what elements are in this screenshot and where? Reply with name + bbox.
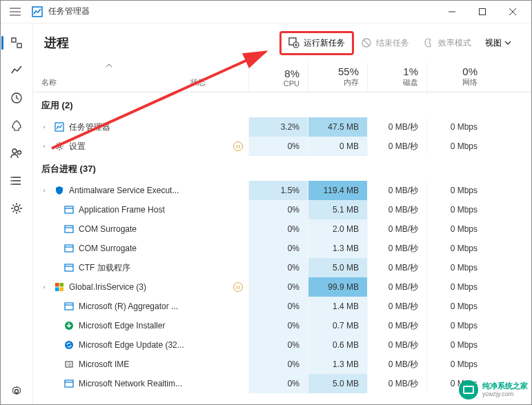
- process-cpu: 3.2%: [248, 117, 308, 137]
- expand-icon[interactable]: ›: [39, 124, 50, 130]
- process-row[interactable]: Microsoft Edge Installer 0% 0.7 MB 0 MB/…: [33, 316, 532, 335]
- process-name: Antimalware Service Execut...: [69, 186, 185, 195]
- column-memory[interactable]: 55%内存: [308, 62, 367, 92]
- process-network: 0 Mbps: [426, 277, 486, 297]
- end-task-label: 结束任务: [376, 37, 409, 49]
- maximize-button[interactable]: [467, 2, 497, 21]
- column-network[interactable]: 0%网络: [426, 62, 486, 92]
- process-cpu: 0%: [248, 200, 308, 219]
- process-network: 0 Mbps: [426, 258, 486, 277]
- hamburger-menu-button[interactable]: [4, 2, 26, 21]
- efficiency-button[interactable]: 效率模式: [416, 33, 478, 53]
- process-disk: 0 MB/秒: [367, 335, 426, 355]
- expand-icon[interactable]: ›: [39, 284, 50, 290]
- process-row[interactable]: Microsoft (R) Aggregator ... 0% 1.4 MB 0…: [33, 297, 532, 316]
- svg-rect-2: [12, 38, 16, 42]
- process-row[interactable]: 中 Microsoft IME 0% 1.3 MB 0 MB/秒 0 Mbps: [33, 355, 532, 374]
- process-cpu: 0%: [248, 355, 308, 374]
- run-new-task-button[interactable]: 运行新任务: [279, 31, 354, 55]
- process-memory: 5.0 MB: [308, 258, 367, 277]
- column-disk[interactable]: 1%磁盘: [367, 62, 426, 92]
- process-network: 0 Mbps: [426, 219, 486, 239]
- process-name: COM Surrogate: [79, 244, 185, 253]
- svg-point-8: [11, 180, 12, 181]
- svg-rect-21: [65, 245, 73, 252]
- process-row[interactable]: › 任务管理器 3.2% 47.5 MB 0 MB/秒 0 Mbps: [33, 117, 532, 137]
- process-status: [185, 141, 248, 151]
- process-row[interactable]: › Antimalware Service Execut... 1.5% 119…: [33, 181, 532, 200]
- process-row[interactable]: Application Frame Host 0% 5.1 MB 0 MB/秒 …: [33, 200, 532, 219]
- process-row[interactable]: Microsoft Network Realtim... 0% 5.0 MB 0…: [33, 374, 532, 393]
- process-network: 0 Mbps: [426, 374, 486, 393]
- sidebar-app-history[interactable]: [0, 84, 33, 112]
- sidebar-users[interactable]: [0, 139, 33, 167]
- process-disk: 0 MB/秒: [367, 117, 426, 137]
- svg-rect-27: [55, 288, 59, 292]
- process-disk: 0 MB/秒: [367, 200, 426, 219]
- process-memory: 0 MB: [308, 137, 367, 156]
- svg-rect-28: [60, 288, 64, 292]
- process-icon: [63, 320, 75, 331]
- process-name: Microsoft Network Realtim...: [79, 379, 185, 388]
- group-background: 后台进程 (37): [33, 156, 532, 181]
- column-cpu[interactable]: 8%CPU: [248, 62, 308, 92]
- process-row[interactable]: COM Surrogate 0% 1.3 MB 0 MB/秒 0 Mbps: [33, 239, 532, 258]
- sidebar-details[interactable]: [0, 167, 33, 195]
- process-cpu: 0%: [248, 258, 308, 277]
- process-disk: 0 MB/秒: [367, 355, 426, 374]
- svg-rect-29: [65, 303, 73, 310]
- process-list[interactable]: 应用 (2) › 任务管理器 3.2% 47.5 MB 0 MB/秒 0 Mbp…: [33, 92, 532, 405]
- process-row[interactable]: › 设置 0% 0 MB 0 MB/秒 0 Mbps: [33, 137, 532, 156]
- column-headers: 名称 状态 8%CPU 55%内存 1%磁盘 0%网络: [33, 62, 532, 92]
- process-disk: 0 MB/秒: [367, 239, 426, 258]
- process-icon: [54, 141, 65, 152]
- process-row[interactable]: COM Surrogate 0% 2.0 MB 0 MB/秒 0 Mbps: [33, 219, 532, 239]
- process-cpu: 0%: [248, 277, 308, 297]
- sidebar-settings[interactable]: [0, 377, 33, 405]
- end-task-button[interactable]: 结束任务: [354, 33, 416, 53]
- process-name: CTF 加载程序: [79, 262, 185, 274]
- group-apps: 应用 (2): [33, 92, 532, 117]
- process-cpu: 0%: [248, 316, 308, 335]
- process-network: 0 Mbps: [426, 117, 486, 137]
- process-cpu: 1.5%: [248, 181, 308, 200]
- process-icon: [63, 224, 75, 235]
- sidebar-services[interactable]: [0, 195, 33, 222]
- svg-rect-17: [65, 206, 73, 213]
- paused-icon: [233, 282, 243, 292]
- svg-point-5: [12, 149, 17, 153]
- close-button[interactable]: [497, 2, 528, 21]
- process-name: Microsoft Edge Update (32...: [79, 340, 185, 350]
- sidebar-startup[interactable]: [0, 112, 33, 139]
- process-icon: [63, 243, 75, 254]
- process-cpu: 0%: [248, 239, 308, 258]
- process-row[interactable]: Microsoft Edge Update (32... 0% 0.6 MB 0…: [33, 335, 532, 355]
- expand-icon[interactable]: ›: [39, 187, 50, 194]
- sidebar-performance[interactable]: [0, 57, 33, 84]
- process-memory: 1.4 MB: [308, 297, 367, 316]
- titlebar: 任务管理器: [0, 0, 532, 23]
- process-icon: [54, 281, 65, 293]
- process-disk: 0 MB/秒: [367, 181, 426, 200]
- process-memory: 99.9 MB: [308, 277, 367, 297]
- process-row[interactable]: › Global.IrisService (3) 0% 99.9 MB 0 MB…: [33, 277, 532, 297]
- view-button[interactable]: 视图: [478, 33, 518, 53]
- process-cpu: 0%: [248, 137, 308, 156]
- process-icon: 中: [63, 359, 75, 370]
- process-row[interactable]: CTF 加载程序 0% 5.0 MB 0 MB/秒 0 Mbps: [33, 258, 532, 277]
- process-status: [185, 282, 248, 292]
- column-status[interactable]: 状态: [185, 62, 248, 92]
- minimize-button[interactable]: [437, 2, 467, 21]
- svg-point-7: [11, 177, 12, 178]
- app-icon: [32, 6, 43, 17]
- process-name: Global.IrisService (3): [69, 282, 185, 292]
- process-cpu: 0%: [248, 219, 308, 239]
- process-network: 0 Mbps: [426, 239, 486, 258]
- process-cpu: 0%: [248, 374, 308, 393]
- svg-rect-25: [55, 283, 59, 287]
- expand-icon[interactable]: ›: [39, 143, 50, 150]
- svg-point-32: [65, 341, 73, 349]
- sidebar-processes[interactable]: [0, 29, 33, 57]
- column-name[interactable]: 名称: [33, 62, 185, 92]
- process-icon: [54, 121, 65, 132]
